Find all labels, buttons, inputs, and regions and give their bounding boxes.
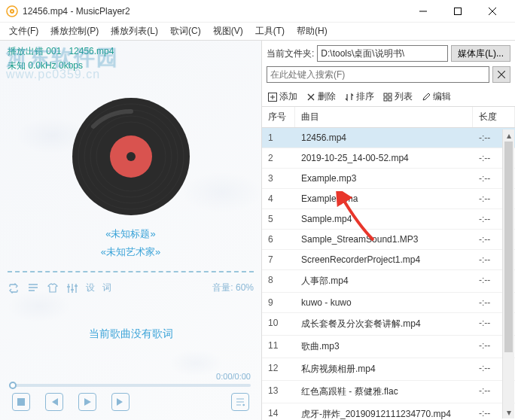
vertical-scrollbar[interactable]: ▴ ▾ <box>502 129 514 418</box>
player-panel: 河东软件园 www.pc0359.cn 播放出错 001 12456.mp4 未… <box>0 41 261 420</box>
header-number[interactable]: 序号 <box>262 107 295 127</box>
table-row[interactable]: 13红色高跟鞋 - 蔡健雅.flac-:-- <box>262 381 515 403</box>
table-row[interactable]: 5Sample.mp4-:-- <box>262 209 515 230</box>
cell-track: 红色高跟鞋 - 蔡健雅.flac <box>295 381 473 403</box>
cell-num: 11 <box>262 336 295 358</box>
table-row[interactable]: 112456.mp4-:-- <box>262 128 515 148</box>
cell-track: ScreenRecorderProject1.mp4 <box>295 250 473 269</box>
table-row[interactable]: 10成长套餐及分次套餐讲解.mp4-:-- <box>262 313 515 336</box>
add-button[interactable]: 添加 <box>268 90 297 103</box>
cell-num: 8 <box>262 270 295 292</box>
table-header: 序号 曲目 长度 <box>262 107 515 128</box>
menu-帮助(H)[interactable]: 帮助(H) <box>291 23 334 40</box>
progress-bar[interactable] <box>11 384 251 387</box>
table-row[interactable]: 4Example.wma-:-- <box>262 189 515 209</box>
cell-num: 3 <box>262 169 295 188</box>
cell-num: 1 <box>262 128 295 148</box>
progress-thumb[interactable] <box>9 382 17 389</box>
cell-num: 13 <box>262 381 295 403</box>
cell-track: 成长套餐及分次套餐讲解.mp4 <box>295 313 473 335</box>
settings-text-btn[interactable]: 设 <box>86 282 95 294</box>
svg-point-10 <box>126 152 136 161</box>
menu-文件(F)[interactable]: 文件(F) <box>3 23 44 40</box>
table-row[interactable]: 6Sample_StreamSound1.MP3-:-- <box>262 230 515 250</box>
repeat-icon[interactable] <box>8 282 20 294</box>
cell-num: 9 <box>262 293 295 312</box>
svg-rect-13 <box>384 93 387 96</box>
track-artist: «未知艺术家» <box>8 245 254 259</box>
menu-视图(V)[interactable]: 视图(V) <box>207 23 249 40</box>
transport-controls <box>8 393 254 415</box>
track-title: «未知标题» <box>8 227 254 241</box>
tshirt-icon[interactable] <box>47 282 59 294</box>
svg-rect-15 <box>384 98 387 101</box>
menu-工具(T)[interactable]: 工具(T) <box>249 23 291 40</box>
cell-num: 5 <box>262 209 295 229</box>
menu-播放控制(P)[interactable]: 播放控制(P) <box>44 23 105 40</box>
table-row[interactable]: 11歌曲.mp3-:-- <box>262 336 515 358</box>
edit-button[interactable]: 编辑 <box>422 90 451 103</box>
cell-num: 2 <box>262 148 295 168</box>
table-row[interactable]: 8人事部.mp4-:-- <box>262 270 515 293</box>
menu-播放列表(L)[interactable]: 播放列表(L) <box>105 23 164 40</box>
svg-rect-14 <box>389 93 392 96</box>
app-icon <box>6 5 18 17</box>
cell-track: 歌曲.mp3 <box>295 336 473 358</box>
scroll-down-icon[interactable]: ▾ <box>503 406 514 418</box>
search-input[interactable] <box>267 66 489 83</box>
window-title: 12456.mp4 - MusicPlayer2 <box>23 6 407 17</box>
show-playlist-button[interactable] <box>231 393 249 411</box>
minimize-button[interactable] <box>407 1 440 22</box>
svg-rect-11 <box>17 398 25 406</box>
album-art-vinyl <box>71 96 191 217</box>
cell-track: 12456.mp4 <box>295 128 473 148</box>
stop-button[interactable] <box>12 393 30 411</box>
list-button[interactable]: 列表 <box>383 90 413 103</box>
lyrics-text-btn[interactable]: 词 <box>102 282 111 294</box>
playlist-panel: 当前文件夹: 媒体库(L)... 添加 删除 排序 列表 编辑 序号 曲目 长度… <box>261 41 515 420</box>
cell-num: 7 <box>262 250 295 269</box>
equalizer-icon[interactable] <box>66 282 78 294</box>
cell-track: 2019-10-25_14-00-52.mp4 <box>295 148 473 168</box>
play-button[interactable] <box>78 393 96 411</box>
menu-歌词(C)[interactable]: 歌词(C) <box>164 23 207 40</box>
current-folder-label: 当前文件夹: <box>267 47 314 60</box>
svg-rect-3 <box>455 8 462 14</box>
playlist-icon[interactable] <box>27 282 39 294</box>
media-library-button[interactable]: 媒体库(L)... <box>451 45 510 62</box>
scroll-thumb[interactable] <box>504 142 513 352</box>
cell-track: 虎牙-胖炸_20190912111234770.mp4 <box>295 403 473 420</box>
table-row[interactable]: 3Example.mp3-:-- <box>262 169 515 189</box>
delete-button[interactable]: 删除 <box>306 90 336 103</box>
header-track[interactable]: 曲目 <box>295 107 473 127</box>
svg-rect-16 <box>389 98 392 101</box>
table-row[interactable]: 9kuwo - kuwo-:-- <box>262 293 515 313</box>
table-row[interactable]: 7ScreenRecorderProject1.mp4-:-- <box>262 250 515 270</box>
extra-controls-row: 设 词 音量: 60% <box>8 278 254 297</box>
scroll-up-icon[interactable]: ▴ <box>503 129 514 142</box>
menubar: 文件(F)播放控制(P)播放列表(L)歌词(C)视图(V)工具(T)帮助(H) <box>0 23 515 41</box>
table-row[interactable]: 12私房视频相册.mp4-:-- <box>262 358 515 381</box>
maximize-button[interactable] <box>441 1 474 22</box>
cell-num: 12 <box>262 358 295 380</box>
cell-track: 私房视频相册.mp4 <box>295 358 473 380</box>
playlist-table: 序号 曲目 长度 112456.mp4-:--22019-10-25_14-00… <box>262 107 515 420</box>
table-row[interactable]: 22019-10-25_14-00-52.mp4-:-- <box>262 148 515 169</box>
folder-path-input[interactable] <box>317 45 448 62</box>
titlebar: 12456.mp4 - MusicPlayer2 <box>0 0 515 23</box>
header-length[interactable]: 长度 <box>473 107 515 127</box>
cell-num: 14 <box>262 403 295 420</box>
sort-button[interactable]: 排序 <box>345 90 374 103</box>
lyrics-area: 当前歌曲没有歌词 <box>8 297 254 370</box>
prev-button[interactable] <box>45 393 63 411</box>
close-button[interactable] <box>476 1 509 22</box>
cell-track: 人事部.mp4 <box>295 270 473 292</box>
clear-search-button[interactable] <box>492 66 510 83</box>
playlist-toolbar: 添加 删除 排序 列表 编辑 <box>262 87 515 107</box>
cell-num: 10 <box>262 313 295 335</box>
volume-label: 音量: 60% <box>212 282 254 294</box>
table-row[interactable]: 14虎牙-胖炸_20190912111234770.mp4-:-- <box>262 403 515 420</box>
cell-track: Sample.mp4 <box>295 209 473 229</box>
next-button[interactable] <box>111 393 130 411</box>
separator <box>8 271 254 272</box>
